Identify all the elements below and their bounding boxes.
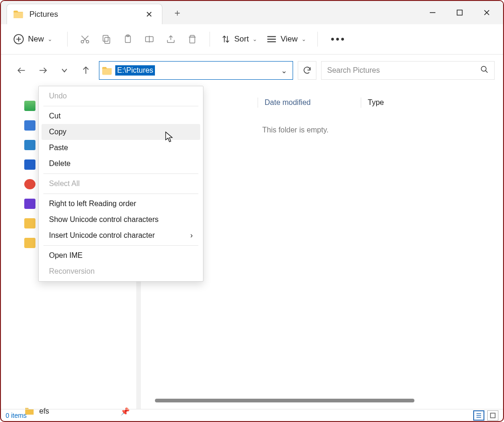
toolbar-separator bbox=[67, 32, 68, 47]
minimize-button[interactable] bbox=[419, 1, 446, 24]
svg-point-27 bbox=[481, 66, 486, 71]
tab-pictures[interactable]: Pictures ✕ bbox=[7, 4, 162, 24]
svg-rect-11 bbox=[105, 37, 110, 43]
new-tab-button[interactable]: ＋ bbox=[172, 7, 183, 19]
delete-icon[interactable] bbox=[182, 31, 203, 48]
ctx-reconversion: Reconversion bbox=[39, 263, 203, 279]
paste-icon[interactable] bbox=[117, 31, 139, 48]
address-bar[interactable]: E:\Pictures ⌄ bbox=[99, 61, 293, 80]
context-menu: Undo Cut Copy Paste Delete Select All Ri… bbox=[38, 86, 203, 282]
pictures-icon[interactable] bbox=[24, 140, 35, 150]
view-button[interactable]: View ⌄ bbox=[266, 35, 306, 44]
folder-icon bbox=[14, 10, 24, 19]
empty-folder-message: This folder is empty. bbox=[262, 126, 329, 134]
svg-rect-18 bbox=[190, 37, 195, 43]
svg-rect-1 bbox=[457, 10, 462, 15]
sort-label: Sort bbox=[234, 35, 249, 44]
share-icon[interactable] bbox=[160, 31, 182, 48]
type-column[interactable]: Type bbox=[361, 98, 384, 107]
ctx-select-all: Select All bbox=[39, 176, 203, 192]
window-controls bbox=[419, 1, 500, 24]
folder-icon bbox=[102, 66, 112, 75]
ctx-insert-unicode[interactable]: Insert Unicode control character› bbox=[39, 228, 203, 243]
explorer-window: Pictures ✕ ＋ New ⌄ Sort ⌄ Vi bbox=[0, 0, 504, 422]
rename-icon[interactable] bbox=[139, 31, 160, 48]
ctx-cut[interactable]: Cut bbox=[39, 108, 203, 124]
cursor-icon bbox=[165, 131, 174, 143]
ctx-rtl[interactable]: Right to left Reading order bbox=[39, 196, 203, 212]
svg-line-28 bbox=[485, 70, 488, 73]
close-button[interactable] bbox=[473, 1, 500, 24]
new-label: New bbox=[28, 35, 44, 44]
address-path[interactable]: E:\Pictures bbox=[115, 65, 155, 76]
folder-icon[interactable] bbox=[24, 238, 35, 248]
search-box[interactable]: Search Pictures bbox=[321, 61, 495, 80]
ctx-paste[interactable]: Paste bbox=[39, 140, 203, 156]
back-button[interactable] bbox=[13, 62, 30, 79]
copy-icon[interactable] bbox=[96, 31, 117, 48]
maximize-button[interactable] bbox=[446, 1, 473, 24]
address-history-button[interactable]: ⌄ bbox=[281, 66, 287, 75]
svg-rect-12 bbox=[103, 35, 108, 42]
nav-row: E:\Pictures ⌄ Search Pictures bbox=[1, 55, 503, 83]
forward-button[interactable] bbox=[35, 62, 51, 79]
status-item-count: 0 items bbox=[6, 412, 27, 419]
content-horizontal-scrollbar[interactable] bbox=[155, 399, 414, 402]
ctx-copy[interactable]: Copy bbox=[42, 124, 200, 140]
up-button[interactable] bbox=[77, 62, 94, 79]
music-icon[interactable] bbox=[24, 179, 35, 189]
chevron-down-icon: ⌄ bbox=[301, 36, 306, 42]
more-button[interactable]: ••• bbox=[331, 33, 346, 45]
title-bar: Pictures ✕ ＋ bbox=[1, 1, 503, 24]
details-view-toggle[interactable] bbox=[473, 410, 484, 421]
videos-icon[interactable] bbox=[24, 159, 35, 170]
search-icon bbox=[480, 65, 489, 76]
tab-title: Pictures bbox=[29, 10, 137, 19]
svg-rect-32 bbox=[490, 413, 495, 418]
movies-icon[interactable] bbox=[24, 199, 35, 209]
chevron-down-icon: ⌄ bbox=[48, 36, 52, 42]
downloads-icon[interactable] bbox=[24, 101, 35, 111]
recent-locations-button[interactable] bbox=[56, 62, 73, 79]
new-button[interactable]: New ⌄ bbox=[13, 34, 52, 45]
chevron-right-icon: › bbox=[190, 231, 193, 240]
sort-button[interactable]: Sort ⌄ bbox=[221, 35, 257, 44]
thumbnails-view-toggle[interactable] bbox=[487, 410, 498, 421]
chevron-down-icon: ⌄ bbox=[252, 36, 257, 42]
documents-icon[interactable] bbox=[24, 120, 35, 131]
search-placeholder: Search Pictures bbox=[327, 66, 475, 75]
tab-close-button[interactable]: ✕ bbox=[143, 7, 155, 21]
view-label: View bbox=[280, 35, 298, 44]
folder-icon[interactable] bbox=[24, 218, 35, 228]
ctx-delete[interactable]: Delete bbox=[39, 156, 203, 172]
ctx-show-unicode[interactable]: Show Unicode control characters bbox=[39, 212, 203, 228]
refresh-button[interactable] bbox=[298, 61, 316, 80]
date-modified-column[interactable]: Date modified bbox=[258, 98, 361, 107]
ctx-open-ime[interactable]: Open IME bbox=[39, 248, 203, 263]
toolbar: New ⌄ Sort ⌄ View ⌄ ••• bbox=[1, 24, 503, 55]
ctx-undo: Undo bbox=[39, 88, 203, 104]
cut-icon[interactable] bbox=[74, 31, 96, 48]
status-bar: 0 items bbox=[1, 409, 503, 421]
toolbar-separator bbox=[317, 32, 318, 47]
toolbar-separator bbox=[210, 32, 210, 47]
